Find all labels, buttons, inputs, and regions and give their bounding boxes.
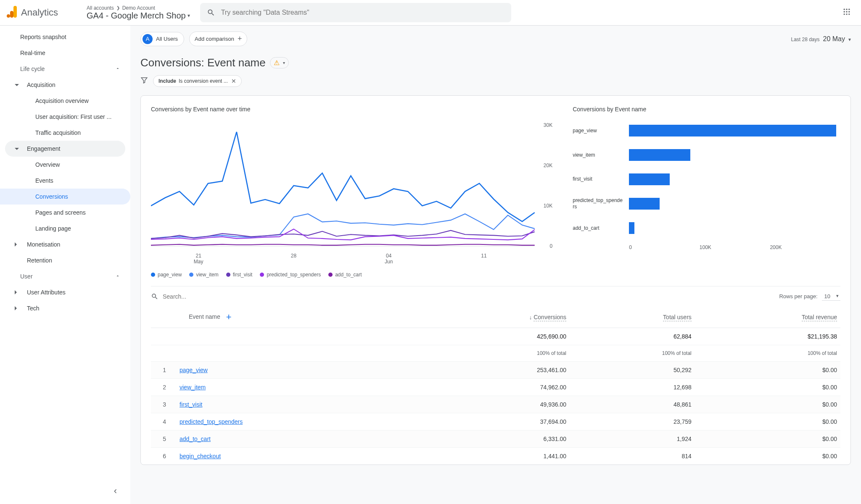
charts-row: Conversions by Event name over time 30K … — [151, 106, 840, 286]
date-range-picker[interactable]: Last 28 days 20 May ▾ — [791, 35, 851, 43]
svg-rect-1 — [10, 11, 13, 18]
table-toolbar: Rows per page: 10 — [151, 286, 840, 307]
caret-down-icon — [15, 148, 19, 150]
svg-point-9 — [844, 13, 845, 15]
event-link[interactable]: view_item — [180, 384, 206, 391]
bar-x-tick: 200K — [770, 244, 840, 250]
search-bar[interactable] — [200, 3, 511, 22]
header-right — [843, 8, 851, 18]
add-comparison-button[interactable]: Add comparison + — [189, 32, 247, 46]
bar-chart-area: page_viewview_itemfirst_visitpredicted_t… — [573, 118, 840, 240]
page-title-row: Conversions: Event name ⚠ ▾ — [140, 56, 851, 69]
col-total-revenue[interactable]: Total revenue — [695, 307, 840, 328]
legend-item: view_item — [189, 272, 218, 278]
sidebar-user-attributes[interactable]: User Attributes — [0, 284, 130, 300]
page-title: Conversions: Event name — [140, 56, 266, 69]
sidebar-retention[interactable]: Retention — [0, 252, 130, 268]
hbar-row: page_view — [573, 125, 836, 136]
segment-all-users[interactable]: A All Users — [140, 32, 184, 46]
legend-dot-icon — [328, 273, 333, 277]
caret-right-icon — [15, 290, 17, 294]
sidebar-tech[interactable]: Tech — [0, 300, 130, 316]
table-row: 3first_visit49,936.0048,861$0.00 — [151, 396, 840, 413]
search-icon — [151, 293, 158, 300]
svg-point-2 — [7, 14, 10, 18]
caret-right-icon — [15, 242, 17, 247]
warning-triangle-icon: ⚠ — [274, 59, 280, 67]
sidebar-eng-events[interactable]: Events — [0, 173, 130, 189]
close-icon[interactable]: ✕ — [230, 78, 237, 84]
sidebar-eng-overview[interactable]: Overview — [0, 157, 130, 173]
table-search-input[interactable] — [162, 293, 237, 300]
hbar-fill — [629, 173, 670, 185]
event-link[interactable]: predicted_top_spenders — [180, 418, 243, 425]
filter-chip-text: Is conversion event ... — [179, 78, 228, 84]
warning-chip[interactable]: ⚠ ▾ — [270, 57, 289, 68]
bar-chart: Conversions by Event name page_viewview_… — [573, 106, 840, 286]
hbar-row: first_visit — [573, 173, 836, 185]
sidebar-acquisition[interactable]: Acquisition — [0, 77, 130, 93]
sidebar-acq-traffic[interactable]: Traffic acquisition — [0, 125, 130, 141]
line-x-axis: 21 May 28 04 Jun 11 — [151, 253, 552, 265]
crumb-accounts: All accounts — [87, 5, 114, 11]
rpp-label: Rows per page: — [779, 293, 817, 299]
event-link[interactable]: add_to_cart — [180, 436, 211, 442]
table-row: 1page_view253,461.0050,292$0.00 — [151, 361, 840, 378]
col-conversions[interactable]: ↓Conversions — [418, 307, 570, 328]
svg-point-10 — [846, 13, 847, 15]
hbar-track — [629, 125, 836, 136]
event-link[interactable]: begin_checkout — [180, 453, 221, 459]
account-breadcrumb: All accounts ❯ Demo Account — [87, 5, 190, 11]
main-content: A All Users Add comparison + Last 28 day… — [130, 26, 861, 504]
svg-point-3 — [844, 9, 845, 10]
event-link[interactable]: first_visit — [180, 401, 202, 408]
sidebar-monetisation[interactable]: Monetisation — [0, 236, 130, 252]
bar-x-axis: 0 100K 200K — [629, 240, 840, 250]
property-name[interactable]: GA4 - Google Merch Shop ▾ — [87, 11, 190, 21]
report-card: Conversions by Event name over time 30K … — [140, 95, 851, 465]
sidebar-section-lifecycle[interactable]: Life cycle — [0, 61, 130, 77]
totals-pct-row: 100% of total 100% of total 100% of tota… — [151, 345, 840, 361]
hbar-label: add_to_cart — [573, 225, 624, 231]
caret-right-icon — [15, 306, 17, 310]
collapse-sidebar-button[interactable]: ‹ — [114, 486, 117, 496]
sidebar-section-user[interactable]: User — [0, 268, 130, 284]
event-link[interactable]: page_view — [180, 367, 208, 373]
filter-icon[interactable] — [140, 76, 148, 86]
user-label: User — [20, 273, 33, 280]
sidebar-reports-snapshot[interactable]: Reports snapshot — [0, 29, 130, 45]
add-column-button[interactable]: + — [226, 312, 232, 322]
apps-icon[interactable] — [843, 8, 851, 18]
caret-down-icon — [15, 84, 19, 86]
hbar-track — [629, 222, 836, 234]
line-chart-svg — [151, 118, 552, 253]
sidebar-realtime[interactable]: Real-time — [0, 45, 130, 61]
col-event-name[interactable]: Event name+ — [151, 307, 418, 328]
sidebar-eng-conversions[interactable]: Conversions — [0, 189, 130, 205]
search-input[interactable] — [220, 8, 504, 17]
total-conversions: 425,690.00 — [418, 328, 570, 345]
date-range-label: Last 28 days — [791, 37, 819, 42]
table-row: 6begin_checkout1,441.00814$0.00 — [151, 447, 840, 465]
svg-point-8 — [848, 11, 850, 12]
svg-point-6 — [844, 11, 845, 12]
rpp-select[interactable]: 10 — [822, 292, 840, 301]
table-row: 2view_item74,962.0012,698$0.00 — [151, 378, 840, 396]
conversions-table: Event name+ ↓Conversions Total users Tot… — [151, 307, 840, 465]
segment-label: All Users — [156, 36, 178, 42]
sidebar-acq-overview[interactable]: Acquisition overview — [0, 93, 130, 109]
hbar-fill — [629, 198, 660, 210]
sidebar-engagement[interactable]: Engagement — [5, 141, 125, 157]
x-tick: 04 Jun — [341, 253, 436, 265]
property-selector[interactable]: All accounts ❯ Demo Account GA4 - Google… — [87, 5, 190, 21]
crumb-demo: Demo Account — [122, 5, 155, 11]
col-total-users[interactable]: Total users — [570, 307, 695, 328]
y-tick-20k: 20K — [544, 163, 552, 168]
chevron-right-icon: ❯ — [116, 5, 120, 10]
filter-chip[interactable]: Include Is conversion event ... ✕ — [153, 75, 242, 87]
hbar-fill — [629, 222, 634, 234]
sidebar-acq-user[interactable]: User acquisition: First user ... — [0, 109, 130, 125]
sidebar-eng-pages[interactable]: Pages and screens — [0, 205, 130, 220]
lifecycle-label: Life cycle — [20, 66, 45, 72]
sidebar-eng-landing[interactable]: Landing page — [0, 220, 130, 236]
